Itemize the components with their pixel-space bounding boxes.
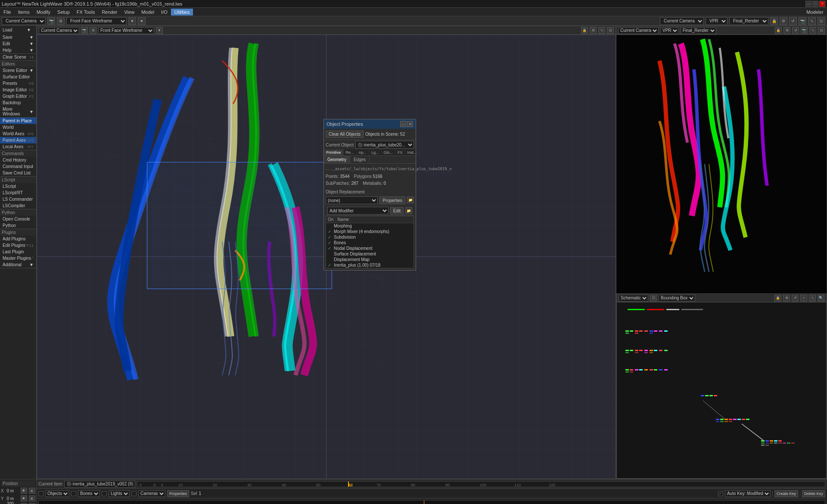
schematic-checkbox[interactable]: ☑ (650, 295, 657, 302)
sidebar-parent-in-place[interactable]: Parent in Place (0, 118, 36, 124)
mod-surface-disp[interactable]: Surface Displacement (326, 251, 414, 257)
maximize-btn[interactable]: □ (812, 1, 818, 7)
properties-timeline-btn[interactable]: Properties (167, 490, 189, 497)
x-eye-btn[interactable]: 👁 (21, 488, 27, 494)
menu-modeler[interactable]: Modeler (803, 9, 827, 16)
sidebar-clear-scene[interactable]: Clear Scene +4 (0, 54, 36, 60)
menu-modify[interactable]: Modify (33, 9, 54, 16)
right-cam-select[interactable]: Current Camera (618, 27, 659, 34)
sch-add[interactable]: + (800, 295, 807, 302)
tab-geometry[interactable]: Geometry (324, 156, 350, 163)
sidebar-add-plugins[interactable]: Add Plugins (0, 236, 36, 242)
sidebar-ls-commander[interactable]: LS Commander (0, 196, 36, 202)
sidebar-parent-axes[interactable]: Parent Axes +F6 (0, 137, 36, 143)
mod-morph-mixer[interactable]: ✓ Morph Mixer (4 endomorphs) (326, 229, 414, 234)
camera-icon[interactable]: 📷 (47, 17, 55, 25)
sidebar-backdrop[interactable]: Backdrop (0, 100, 36, 106)
menu-model[interactable]: Model (138, 9, 158, 16)
right-camera-select[interactable]: Current Camera (660, 17, 704, 25)
render-canvas[interactable] (616, 35, 827, 293)
sidebar-graph-editor[interactable]: Graph Editor F2 (0, 93, 36, 100)
right-lock-icon[interactable]: 🔒 (775, 27, 782, 34)
timeline-track[interactable] (38, 500, 825, 504)
camera-select[interactable]: Current Camera (2, 17, 46, 25)
right-zoom-icon[interactable]: ⊡ (818, 27, 825, 34)
right-expand-icon[interactable]: ⤡ (809, 27, 816, 34)
auto-key-cb[interactable]: ✓ (718, 491, 723, 496)
bones-select[interactable]: Bones (78, 490, 100, 497)
menu-file[interactable]: File (0, 9, 15, 16)
mod-disp-map[interactable]: Displacement Map (326, 257, 414, 262)
minimize-btn[interactable]: — (805, 1, 811, 7)
lock-icon[interactable]: 🔒 (770, 17, 778, 25)
y-eye-btn[interactable]: 👁 (21, 495, 27, 501)
mod-subdivision[interactable]: ✓ Subdivision (326, 234, 414, 240)
bounding-box-select[interactable]: Bounding Box (659, 295, 695, 302)
y-e-btn[interactable]: E (29, 495, 35, 501)
menu-utilities[interactable]: Utilities (171, 9, 193, 16)
menu-view[interactable]: View (121, 9, 138, 16)
sidebar-cmd-history[interactable]: Cmd History (0, 157, 36, 163)
viewport-chevron[interactable]: ▼ (128, 17, 136, 25)
vp-zoom-fit[interactable]: ⊡ (607, 27, 614, 34)
replacement-select[interactable]: (none) (326, 196, 378, 204)
sidebar-last-plugin[interactable]: Last Plugin (0, 249, 36, 255)
menu-setup[interactable]: Setup (54, 9, 73, 16)
mod-inertia[interactable]: ✓ Inertia_plus (1.00) 07/18 (326, 262, 414, 268)
gear-icon[interactable]: ⚙ (57, 17, 65, 25)
schematic-select[interactable]: Schematic (619, 295, 648, 302)
tab-re[interactable]: Re... (344, 149, 357, 156)
sidebar-open-console[interactable]: Open Console (0, 216, 36, 222)
tab-inst[interactable]: Inst... (405, 149, 420, 156)
sidebar-additional[interactable]: Additional ▼ (0, 261, 36, 268)
x-e-btn[interactable]: E (29, 488, 35, 494)
viewport-settings[interactable]: ▼ (138, 17, 146, 25)
tab-primitive[interactable]: Primitive (324, 149, 344, 156)
sidebar-scene-editor[interactable]: Scene Editor ▼ (0, 67, 36, 74)
sidebar-world[interactable]: World (0, 124, 36, 131)
refresh-icon[interactable]: ↺ (789, 17, 797, 25)
sidebar-python[interactable]: Python (0, 222, 36, 229)
sch-lock[interactable]: 🔒 (774, 295, 781, 302)
sidebar-image-editor[interactable]: Image Editor F6 (0, 87, 36, 93)
properties-folder-icon[interactable]: 📁 (407, 196, 414, 203)
right-final-select[interactable]: Final_Render (681, 27, 716, 34)
sch-search[interactable]: 🔍 (818, 295, 824, 302)
schematic-area[interactable]: Schematic ☑ Bounding Box 🔒 ⚙ ↺ + ⤡ 🔍 (616, 293, 827, 479)
sch-refresh[interactable]: ↺ (792, 295, 799, 302)
main-viewport[interactable]: Current Camera 📷 ⚙ Front Face Wireframe … (37, 26, 616, 479)
create-key-btn[interactable]: Create Key (774, 490, 798, 497)
cam-icon[interactable]: 📷 (81, 27, 88, 34)
edit-modifier-btn[interactable]: Edit (390, 207, 404, 215)
sidebar-save[interactable]: Save ▼ (0, 34, 36, 40)
objects-cb[interactable] (38, 491, 44, 496)
final-render-select[interactable]: Final_Render (729, 17, 768, 25)
right-viewport[interactable]: Current Camera VPR Final_Render 🔒 ⚙ ↺ 📷 … (616, 26, 827, 479)
sidebar-edit-plugins[interactable]: Edit Plugins °F11 (0, 242, 36, 249)
mod-nodal[interactable]: ✓ Nodal Displacement (326, 246, 414, 251)
sidebar-local-axes[interactable]: Local Axes +F7 (0, 143, 36, 150)
properties-btn[interactable]: Properties (379, 196, 405, 204)
vp-max[interactable]: ⤡ (598, 27, 605, 34)
vp-lock[interactable]: 🔒 (581, 27, 588, 34)
right-camera-icon[interactable]: 📷 (801, 27, 808, 34)
viewport-mode-select[interactable]: Front Face Wireframe (66, 17, 127, 25)
right-refresh-icon[interactable]: ↺ (792, 27, 799, 34)
bones-cb[interactable] (71, 491, 76, 496)
dialog-close[interactable]: ✕ (407, 121, 413, 127)
frame-ruler[interactable]: 0 5 -5 10 20 30 40 50 62 70 80 90 100 11… (137, 481, 825, 487)
vpr-select[interactable]: VPR (706, 17, 728, 25)
sidebar-help[interactable]: Help ▼ (0, 47, 36, 53)
sidebar-save-cmd-list[interactable]: Save Cmd List (0, 170, 36, 176)
clear-all-objects-btn[interactable]: Clear All Objects (326, 131, 364, 138)
sidebar-master-plugins[interactable]: Master Plugins ° (0, 255, 36, 261)
snapshot-icon[interactable]: 📷 (799, 17, 806, 25)
sidebar-more-windows[interactable]: More Windows ▼ (0, 106, 36, 117)
tab-fx[interactable]: FX (395, 149, 405, 156)
objects-select[interactable]: Objects (45, 490, 69, 497)
sidebar-load[interactable]: Load ▼ (0, 26, 36, 34)
sidebar-command-input[interactable]: Command Input (0, 163, 36, 170)
tab-glo[interactable]: Glo... (382, 149, 396, 156)
lights-cb[interactable] (102, 491, 107, 496)
sidebar-lscript-rt[interactable]: LScript/RT (0, 190, 36, 196)
